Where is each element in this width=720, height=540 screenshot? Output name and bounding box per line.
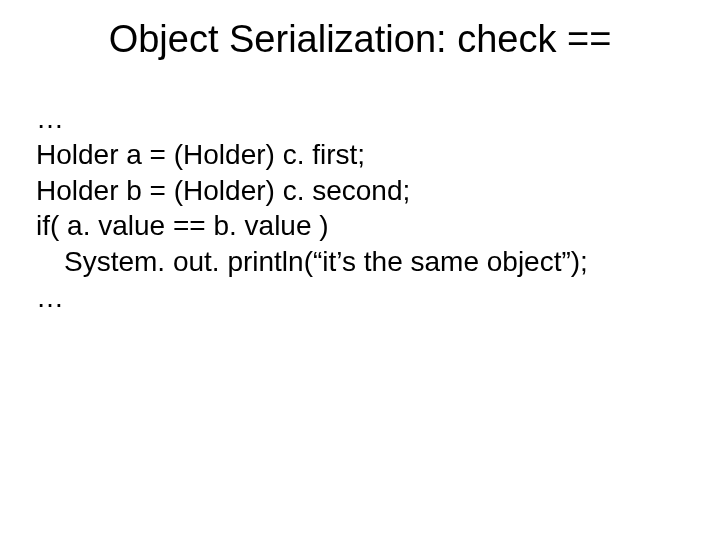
code-line: … bbox=[36, 280, 684, 316]
code-block: … Holder a = (Holder) c. first; Holder b… bbox=[0, 101, 720, 316]
slide-title: Object Serialization: check == bbox=[0, 0, 720, 101]
code-line: if( a. value == b. value ) bbox=[36, 208, 684, 244]
code-line-indented: System. out. println(“it’s the same obje… bbox=[36, 244, 684, 280]
code-line: … bbox=[36, 101, 684, 137]
code-line: Holder b = (Holder) c. second; bbox=[36, 173, 684, 209]
slide: Object Serialization: check == … Holder … bbox=[0, 0, 720, 540]
code-line: Holder a = (Holder) c. first; bbox=[36, 137, 684, 173]
